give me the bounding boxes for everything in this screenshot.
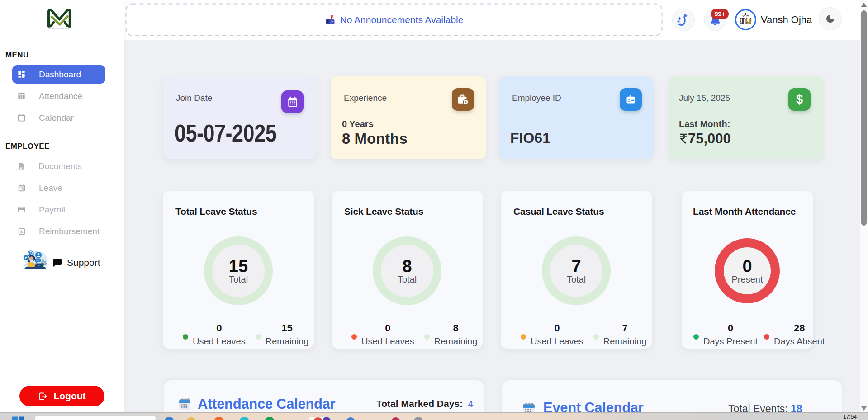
- svg-text:M: M: [745, 18, 752, 26]
- svg-text:$: $: [20, 229, 23, 234]
